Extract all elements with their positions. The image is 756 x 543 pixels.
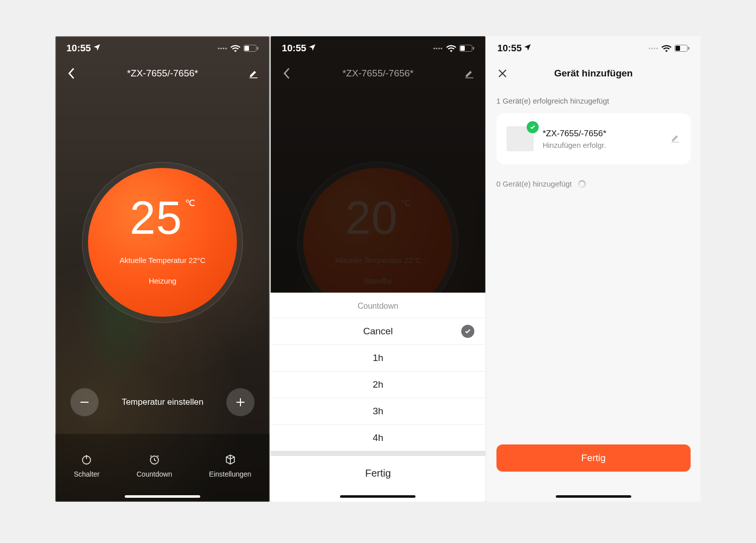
set-temp-label: Temperatur einstellen	[122, 397, 204, 407]
status-bar: 10:55 ••••	[55, 36, 270, 60]
svg-rect-2	[257, 47, 259, 50]
cellular-dots-icon: ••••	[433, 45, 443, 51]
status-bar: 10:55 ••••	[271, 36, 485, 60]
device-name: *ZX-7655/-7656*	[543, 129, 661, 139]
home-indicator[interactable]	[340, 495, 415, 498]
tab-countdown[interactable]: Countdown	[136, 453, 172, 478]
done-label: Fertig	[581, 452, 606, 464]
increase-temp-button[interactable]	[226, 388, 255, 416]
decrease-temp-button[interactable]	[70, 388, 99, 416]
screen-thermostat: 10:55 •••• *ZX-7655/-7656* 25	[55, 36, 270, 502]
set-temp-value: 25	[130, 195, 182, 241]
svg-rect-7	[473, 47, 474, 50]
option-label: 2h	[373, 379, 383, 390]
done-button[interactable]: Fertig	[496, 444, 691, 472]
battery-icon	[675, 45, 690, 52]
battery-icon	[459, 45, 474, 52]
success-badge-icon	[527, 121, 539, 133]
tab-switch[interactable]: Schalter	[74, 453, 100, 478]
wifi-icon	[446, 44, 456, 52]
pending-count-label: 0 Gerät(e) hinzugefügt	[496, 179, 572, 188]
screen-countdown: 10:55 •••• *ZX-7655/-7656* 20	[271, 36, 485, 502]
success-count-label: 1 Gerät(e) erfolgreich hinzugefügt	[486, 86, 701, 110]
back-button	[279, 65, 295, 81]
countdown-sheet: Countdown Cancel 1h 2h 3h 4h Fertig	[271, 293, 485, 502]
home-indicator[interactable]	[125, 495, 200, 498]
status-time: 10:55	[497, 43, 522, 54]
temperature-dial[interactable]: 25 ℃ Aktuelle Temperatur 22°C Heizung	[82, 162, 243, 323]
cube-icon	[224, 453, 237, 466]
status-time: 10:55	[282, 43, 306, 54]
sheet-title: Countdown	[271, 293, 485, 318]
rename-device-button[interactable]	[670, 133, 681, 145]
temperature-set-row: Temperatur einstellen	[55, 388, 270, 416]
location-icon	[93, 43, 101, 54]
tab-switch-label: Schalter	[74, 470, 100, 478]
home-indicator[interactable]	[556, 495, 631, 498]
done-label: Fertig	[365, 468, 391, 479]
page-title: *ZX-7655/-7656*	[127, 68, 198, 79]
power-icon	[80, 453, 93, 466]
pending-line: 0 Gerät(e) hinzugefügt	[486, 164, 701, 188]
sheet-done-button[interactable]: Fertig	[271, 456, 485, 490]
wifi-icon	[661, 44, 671, 52]
page-title: Gerät hinzufügen	[554, 68, 633, 79]
option-label: 3h	[373, 406, 383, 417]
checkmark-icon	[461, 325, 474, 338]
option-label: 4h	[373, 432, 383, 443]
countdown-option-4h[interactable]: 4h	[271, 424, 485, 451]
wifi-icon	[230, 44, 240, 52]
location-icon	[524, 43, 532, 54]
mode-label: Heizung	[149, 277, 177, 285]
screen-add-device: 10:55 •••• Gerät hinzufügen 1 Gerät(e) e…	[486, 36, 701, 502]
temp-unit: ℃	[185, 198, 195, 209]
close-button[interactable]	[494, 65, 511, 81]
tab-settings-label: Einstellungen	[209, 470, 251, 478]
sheet-divider	[271, 451, 485, 456]
nav-header: *ZX-7655/-7656*	[271, 60, 485, 86]
device-status: Hinzufügen erfolgr.	[543, 141, 661, 149]
edit-button[interactable]	[245, 65, 262, 81]
svg-rect-6	[460, 46, 465, 51]
countdown-option-1h[interactable]: 1h	[271, 344, 485, 371]
nav-header: *ZX-7655/-7656*	[55, 60, 270, 86]
location-icon	[308, 43, 316, 54]
svg-rect-1	[244, 46, 249, 51]
tab-settings[interactable]: Einstellungen	[209, 453, 251, 478]
timer-icon	[148, 453, 161, 466]
countdown-option-2h[interactable]: 2h	[271, 371, 485, 398]
nav-header: Gerät hinzufügen	[486, 60, 701, 86]
svg-rect-10	[688, 47, 690, 50]
svg-rect-9	[676, 46, 680, 51]
option-label: Cancel	[363, 326, 393, 337]
back-button[interactable]	[63, 65, 79, 81]
countdown-option-3h[interactable]: 3h	[271, 398, 485, 424]
edit-button	[461, 65, 477, 81]
countdown-options: Cancel 1h 2h 3h 4h	[271, 318, 485, 451]
option-label: 1h	[373, 352, 383, 364]
status-time: 10:55	[66, 43, 91, 54]
bottom-bar: Schalter Countdown Einstellungen	[55, 434, 270, 502]
spinner-icon	[578, 180, 586, 188]
cellular-dots-icon: ••••	[218, 45, 227, 51]
page-title: *ZX-7655/-7656*	[343, 68, 414, 79]
status-bar: 10:55 ••••	[486, 36, 701, 60]
battery-icon	[243, 45, 259, 52]
countdown-option-cancel[interactable]: Cancel	[271, 318, 485, 344]
current-temp-label: Aktuelle Temperatur 22°C	[120, 256, 206, 264]
device-card: *ZX-7655/-7656* Hinzufügen erfolgr.	[496, 113, 691, 164]
tab-countdown-label: Countdown	[136, 470, 172, 478]
device-thumbnail	[507, 126, 534, 151]
cellular-dots-icon: ••••	[649, 45, 658, 51]
